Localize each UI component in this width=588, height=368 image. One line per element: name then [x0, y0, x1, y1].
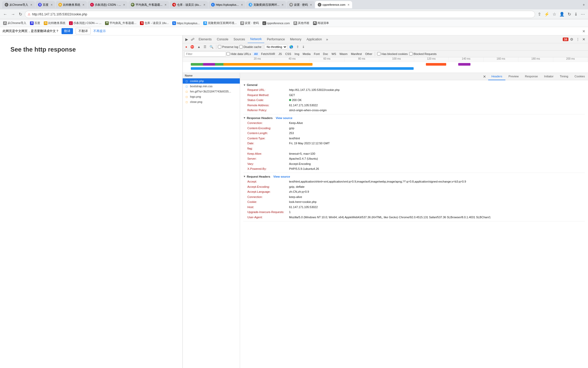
detail-close-button[interactable]: ✕	[481, 74, 488, 79]
download-button[interactable]: ⇓	[573, 11, 579, 17]
detail-tab-preview[interactable]: Preview	[505, 73, 522, 80]
detail-tab-response[interactable]: Response	[522, 73, 541, 80]
record-button[interactable]: ●	[184, 45, 188, 49]
section-header-response-headers[interactable]: ▼ Response HeadersView source	[243, 115, 585, 121]
devtools-device-button[interactable]: ☍	[190, 37, 195, 42]
devtools-tab-elements[interactable]: Elements	[196, 35, 214, 43]
devtools-settings-button[interactable]: ⚙	[569, 37, 574, 42]
preserve-log-checkbox[interactable]: Preserve log	[218, 45, 238, 48]
online-button[interactable]: 🌎	[288, 45, 294, 49]
back-button[interactable]: ←	[2, 11, 8, 17]
hide-data-urls-checkbox[interactable]: Hide data URLs	[226, 52, 251, 55]
bookmark-item[interactable]: 其 其他书签	[292, 21, 310, 26]
browser-tab-tab6[interactable]: 仓 仓库 - 读卖汉 (du... ✕	[170, 1, 208, 8]
tab-close-icon[interactable]: ✕	[164, 3, 167, 6]
tab-close-icon[interactable]: ✕	[281, 3, 284, 6]
filter-type-other[interactable]: Other	[364, 52, 374, 56]
file-item[interactable]: ◻ cookie.php	[183, 78, 240, 84]
filter-type-font[interactable]: Font	[312, 52, 321, 56]
no-translate-button[interactable]: 不翻译	[76, 28, 91, 34]
throttling-select[interactable]: No throttling	[265, 44, 287, 49]
detail-tab-cookies[interactable]: Cookies	[571, 73, 588, 80]
section-header-request-headers[interactable]: ▼ Request HeadersView source	[243, 174, 585, 179]
preserve-log-input[interactable]	[218, 45, 221, 48]
filter-type-manifest[interactable]: Manifest	[349, 52, 363, 56]
browser-tab-tab5[interactable]: 牛 平均身高_牛客题霸... ✕	[128, 1, 169, 8]
clear-button[interactable]: ⛔	[189, 45, 195, 49]
browser-tab-tab1[interactable]: C 从Chrome导入 ✕	[2, 1, 35, 8]
bookmark-item[interactable]: 仓 仓库 - 读卖汉 (du...	[139, 21, 170, 26]
more-button[interactable]: ⋯	[580, 11, 586, 17]
tab-close-icon[interactable]: ✕	[51, 3, 53, 6]
never-translate-button[interactable]: 不再提示	[93, 29, 106, 33]
devtools-ellipsis-button[interactable]: ⋮	[575, 37, 581, 42]
bookmark-item[interactable]: 比 比特教务系统	[43, 21, 66, 26]
forward-button[interactable]: →	[10, 11, 16, 17]
filter-type-media[interactable]: Media	[301, 52, 312, 56]
bookmark-item[interactable]: 克 克隆窝|助互联网环境...	[202, 21, 238, 26]
share-button[interactable]: ⇧	[537, 11, 542, 17]
tab-close-icon[interactable]: ✕	[203, 3, 205, 6]
filter-type-ws[interactable]: WS	[330, 52, 338, 56]
filter-type-fetch/xhr[interactable]: Fetch/XHR	[260, 52, 277, 56]
browser-tab-tab7[interactable]: C https://cplusplus... ✕	[209, 1, 246, 8]
blocked-requests-checkbox[interactable]: Blocked Requests	[409, 52, 437, 55]
devtools-tab-sources[interactable]: Sources	[231, 35, 248, 43]
filter-type-img[interactable]: Img	[293, 52, 301, 56]
has-blocked-cookies-input[interactable]	[377, 52, 381, 55]
bookmark-item[interactable]: 百 百度	[29, 21, 41, 26]
filter-type-js[interactable]: JS	[277, 52, 284, 56]
filter-type-doc[interactable]: Doc	[321, 52, 330, 56]
tab-close-icon[interactable]: ✕	[82, 3, 84, 6]
devtools-tab-application[interactable]: Application	[304, 35, 324, 43]
bookmark-item[interactable]: ( (5条消息) CSDN — ...	[68, 21, 102, 26]
devtools-tab-console[interactable]: Console	[214, 35, 231, 43]
browser-tab-tab8[interactable]: 克 克隆窝|助互联网环... ✕	[246, 1, 286, 8]
devtools-tab-memory[interactable]: Memory	[287, 35, 304, 43]
file-item[interactable]: ◻ bootstrap.min.css	[183, 84, 240, 89]
browser-tab-tab4[interactable]: C (5条消息) CSDN - ... ✕	[88, 1, 128, 8]
bookmark-item[interactable]: 阅 阅读清单	[312, 21, 330, 26]
filter-type-all[interactable]: All	[253, 52, 259, 56]
search-button[interactable]: 🔍	[209, 45, 215, 49]
detail-tab-initiator[interactable]: Initiator	[541, 73, 557, 80]
translation-close-button[interactable]: ✕	[582, 29, 585, 33]
disable-cache-checkbox[interactable]: Disable cache	[239, 45, 261, 48]
blocked-requests-input[interactable]	[409, 52, 413, 55]
browser-tab-tab3[interactable]: 比 比特教务系统 ✕	[56, 1, 87, 8]
devtools-close-button[interactable]: ✕	[581, 37, 586, 42]
bookmark-item[interactable]: c cppreference.com	[261, 21, 291, 26]
bookmark-item[interactable]: h https://cplusplus...	[171, 21, 201, 26]
star-button[interactable]: ☆	[552, 11, 557, 17]
browser-tab-tab2[interactable]: 百 百度 ✕	[35, 1, 55, 8]
file-item[interactable]: ◻ hm.gif?si=3b231847743b9335...	[183, 89, 240, 94]
tab-close-icon[interactable]: ✕	[30, 3, 32, 6]
profile-button[interactable]: 👤	[558, 11, 566, 17]
new-tab-button[interactable]: +	[582, 2, 586, 7]
bookmark-item[interactable]: 从 从Chrome导入	[2, 21, 27, 26]
fetch-button[interactable]: ▲	[196, 45, 201, 49]
view-source-link[interactable]: View source	[276, 116, 292, 120]
filter-input[interactable]	[184, 51, 226, 57]
tab-close-icon[interactable]: ✕	[241, 3, 243, 6]
tab-close-icon[interactable]: ✕	[347, 3, 350, 6]
devtools-tab-network[interactable]: Network	[248, 35, 264, 43]
reload-button[interactable]: ↻	[18, 11, 23, 17]
filter-button[interactable]: ☰	[203, 45, 207, 49]
bookmark-item[interactable]: 设 设置 · 密码	[239, 21, 260, 26]
file-item[interactable]: ◻ close.png	[183, 99, 240, 104]
view-source-link[interactable]: View source	[273, 175, 290, 178]
detail-tab-timing[interactable]: Timing	[557, 73, 572, 80]
tab-close-icon[interactable]: ✕	[123, 3, 125, 6]
detail-tab-headers[interactable]: Headers	[488, 73, 505, 80]
export-button[interactable]: ⇓	[301, 45, 306, 49]
disable-cache-input[interactable]	[239, 45, 243, 48]
tab-close-icon[interactable]: ✕	[310, 3, 312, 6]
file-item[interactable]: ◻ logo.png	[183, 94, 240, 99]
hide-data-urls-input[interactable]	[226, 52, 230, 55]
filter-type-css[interactable]: CSS	[284, 52, 293, 56]
address-url[interactable]: http://61.147.171.105:53022/cookie.php	[32, 13, 532, 16]
filter-type-wasm[interactable]: Wasm	[338, 52, 349, 56]
browser-tab-tab10[interactable]: C cppreference.com ✕	[315, 1, 352, 8]
devtools-select-button[interactable]: ▶	[184, 37, 189, 42]
